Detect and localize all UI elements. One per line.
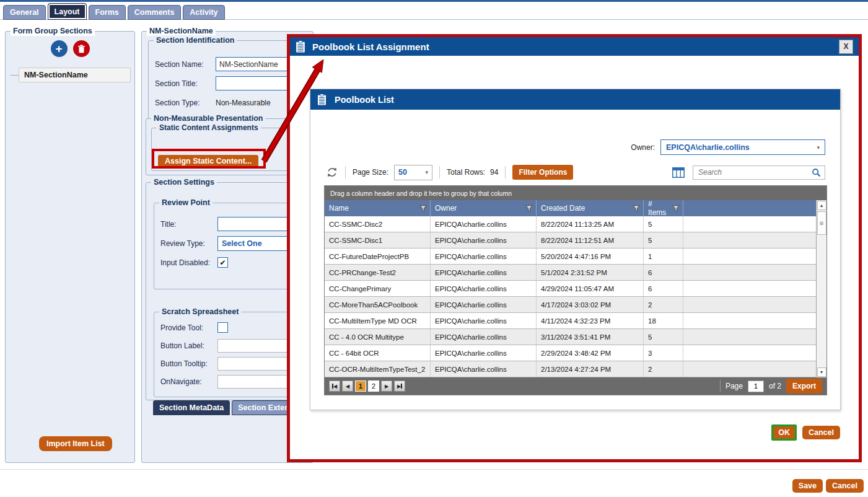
cancel-button[interactable]: Cancel bbox=[826, 479, 864, 493]
clipboard-icon bbox=[296, 40, 305, 53]
column-header-items[interactable]: # Items bbox=[644, 200, 683, 216]
table-row[interactable]: CC-SSMC-Disc2EPICQA\charlie.collins8/22/… bbox=[325, 216, 816, 232]
tab-comments[interactable]: Comments bbox=[128, 5, 182, 20]
owner-label: Owner: bbox=[631, 143, 655, 152]
poolbook-grid: Drag a column header and drop it here to… bbox=[324, 185, 827, 395]
vertical-scrollbar[interactable]: ▲ ≡ ▼ bbox=[816, 200, 826, 377]
add-section-button[interactable]: + bbox=[51, 40, 68, 57]
review-title-label: Title: bbox=[160, 220, 217, 229]
column-header-owner[interactable]: Owner bbox=[431, 200, 537, 216]
table-row[interactable]: CC-OCR-MultiItemTypeTest_2EPICQA\charlie… bbox=[325, 361, 816, 377]
column-chooser-icon[interactable] bbox=[672, 167, 685, 178]
table-row[interactable]: CC-FutureDateProjectPBEPICQA\charlie.col… bbox=[325, 248, 816, 265]
top-accent-bar bbox=[0, 0, 868, 2]
check-icon: ✔ bbox=[219, 259, 226, 266]
page-2-button[interactable]: 2 bbox=[368, 380, 379, 392]
tab-section-metadata[interactable]: Section MetaData bbox=[153, 400, 230, 415]
main-tabs: General Layout Forms Comments Activity bbox=[3, 2, 225, 20]
provide-tool-label: Provide Tool: bbox=[160, 323, 217, 332]
group-by-drop-zone[interactable]: Drag a column header and drop it here to… bbox=[325, 186, 826, 200]
section-tree-item[interactable]: NM-SectionName bbox=[19, 68, 131, 82]
pager-last-button[interactable]: ▶ bbox=[394, 380, 405, 392]
ok-button[interactable]: OK bbox=[771, 424, 797, 441]
toolbar-divider bbox=[505, 166, 506, 178]
owner-select[interactable]: EPICQA\charlie.collins ▾ bbox=[660, 139, 825, 155]
dialog-cancel-button[interactable]: Cancel bbox=[802, 426, 840, 439]
table-row[interactable]: CC-SSMC-Disc1EPICQA\charlie.collins8/22/… bbox=[325, 232, 816, 248]
poolbook-list-title: Poolbook List bbox=[335, 95, 394, 105]
section-title-label: Section Title: bbox=[155, 79, 216, 88]
tab-activity[interactable]: Activity bbox=[183, 5, 224, 20]
import-item-list-button[interactable]: Import Item List bbox=[39, 436, 112, 451]
scroll-up-icon[interactable]: ▲ bbox=[817, 201, 826, 210]
grip-icon: ≡ bbox=[820, 219, 823, 227]
tab-forms[interactable]: Forms bbox=[89, 5, 126, 20]
grid-pager: ◀ ◀ 1 2 ▶ ▶ Page of 2 Export bbox=[325, 377, 826, 395]
column-header-name[interactable]: Name bbox=[325, 200, 431, 216]
page-number-input[interactable] bbox=[748, 380, 764, 392]
filter-icon[interactable] bbox=[633, 205, 640, 212]
button-label-label: Button Label: bbox=[160, 341, 217, 350]
caret-down-icon: ▾ bbox=[817, 144, 820, 151]
search-input[interactable] bbox=[697, 167, 812, 177]
export-button[interactable]: Export bbox=[786, 379, 822, 394]
caret-down-icon: ▾ bbox=[426, 169, 429, 175]
poolbook-list-panel: Poolbook List Owner: EPICQA\charlie.coll… bbox=[310, 89, 841, 410]
input-disabled-label: Input Disabled: bbox=[160, 258, 217, 267]
delete-section-button[interactable] bbox=[73, 40, 90, 57]
search-field bbox=[693, 165, 825, 180]
pager-next-button[interactable]: ▶ bbox=[381, 380, 392, 392]
clipboard-icon bbox=[317, 94, 327, 105]
tab-general[interactable]: General bbox=[3, 5, 46, 20]
table-row[interactable]: CC - 4.0 OCR MultitypeEPICQA\charlie.col… bbox=[325, 329, 816, 345]
page-size-select[interactable]: 50 ▾ bbox=[394, 165, 432, 180]
page-size-label: Page Size: bbox=[353, 168, 388, 177]
tree-connector bbox=[11, 75, 19, 76]
toolbar-divider bbox=[439, 166, 440, 178]
section-type-label: Section Type: bbox=[155, 99, 216, 107]
table-row[interactable]: CC-MultiItemType MD OCREPICQA\charlie.co… bbox=[325, 313, 816, 329]
section-panel-legend: NM-SectionName bbox=[147, 26, 216, 36]
table-row[interactable]: CC-ChangePrimaryEPICQA\charlie.collins4/… bbox=[325, 281, 816, 297]
input-disabled-checkbox[interactable]: ✔ bbox=[217, 257, 228, 268]
filter-icon[interactable] bbox=[672, 205, 680, 212]
page-1-button[interactable]: 1 bbox=[355, 380, 366, 392]
trash-icon bbox=[77, 45, 85, 53]
plus-icon: + bbox=[55, 43, 62, 55]
total-rows-value: 94 bbox=[490, 168, 498, 177]
table-row[interactable]: CC-MoreThan5ACPoolbookEPICQA\charlie.col… bbox=[325, 297, 816, 313]
page-label: Page bbox=[726, 382, 743, 390]
pager-first-button[interactable]: ◀ bbox=[329, 380, 340, 392]
table-row[interactable]: CC - 64bit OCREPICQA\charlie.collins2/29… bbox=[325, 345, 816, 361]
page-of-label: of 2 bbox=[769, 382, 781, 390]
filter-icon[interactable] bbox=[419, 205, 427, 212]
filter-options-button[interactable]: Filter Options bbox=[512, 165, 573, 180]
dialog-title: Poolbook List Assignment bbox=[312, 42, 429, 52]
review-type-label: Review Type: bbox=[160, 239, 217, 248]
non-measurable-presentation-group: Non-Measurable Presentation Static Conte… bbox=[146, 118, 310, 175]
provide-tool-checkbox[interactable] bbox=[217, 322, 228, 333]
scratch-spreadsheet-group: Scratch Spreadsheet Provide Tool: Button… bbox=[154, 312, 302, 397]
assign-static-content-button[interactable]: Assign Static Content... bbox=[158, 155, 258, 167]
pager-prev-button[interactable]: ◀ bbox=[342, 380, 353, 392]
tab-layout[interactable]: Layout bbox=[48, 3, 87, 20]
review-point-group: Review Point Title: Review Type: Select … bbox=[154, 203, 302, 289]
grid-body: CC-SSMC-Disc2EPICQA\charlie.collins8/22/… bbox=[325, 216, 816, 377]
column-header-created-date[interactable]: Created Date bbox=[537, 200, 644, 216]
table-row[interactable]: CC-PRChange-Test2EPICQA\charlie.collins5… bbox=[325, 265, 816, 281]
onnavigate-label: OnNavigate: bbox=[160, 377, 217, 386]
scrollbar-thumb[interactable]: ≡ bbox=[817, 211, 826, 235]
scroll-down-icon[interactable]: ▼ bbox=[817, 367, 826, 377]
filter-icon[interactable] bbox=[525, 205, 533, 212]
grid-header-row: Name Owner Created Date # Items bbox=[325, 200, 816, 216]
save-button[interactable]: Save bbox=[792, 479, 823, 493]
refresh-icon[interactable] bbox=[326, 166, 338, 178]
static-content-assignments-group: Static Content Assignments Assign Static… bbox=[151, 128, 310, 171]
form-group-sections-panel: Form Group Sections + NM-SectionName Imp… bbox=[5, 31, 135, 463]
section-type-value: Non-Measurable bbox=[216, 99, 271, 107]
total-rows-label: Total Rows: bbox=[447, 168, 485, 177]
close-icon[interactable]: X bbox=[839, 40, 853, 54]
form-group-sections-legend: Form Group Sections bbox=[11, 26, 95, 36]
poolbook-list-assignment-dialog: Poolbook List Assignment X Poolbook List… bbox=[287, 34, 862, 462]
search-icon[interactable] bbox=[812, 168, 821, 177]
